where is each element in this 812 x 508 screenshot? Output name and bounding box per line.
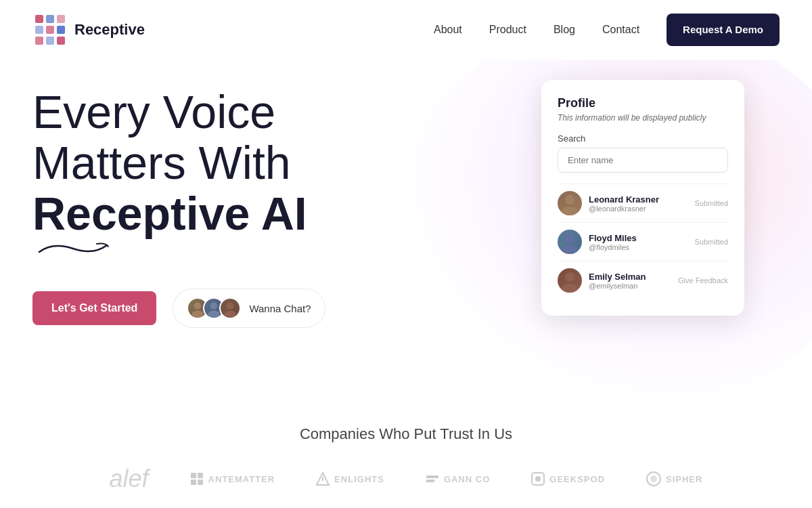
company-enlights: ENLIGHTS — [315, 471, 384, 486]
company-gann: Gann CO — [425, 471, 490, 486]
company-alef: alef — [110, 465, 149, 493]
gann-icon — [425, 471, 440, 486]
geekspod-icon — [531, 471, 545, 486]
user-info-1: Leonard Krasner @leonardkrasner — [589, 194, 687, 213]
svg-point-11 — [210, 303, 218, 310]
profile-user-row: Emily Selman @emilyselman Give Feedback — [558, 261, 728, 299]
chat-avatar-3 — [219, 297, 241, 319]
company-sipher: Sipher — [646, 471, 702, 487]
hero-content: Every Voice Matters With Receptive AI Le… — [32, 87, 371, 328]
user-avatar-1 — [558, 191, 582, 215]
profile-subtitle-text: This information will be displayed — [558, 113, 677, 123]
user-name-2: Floyd Miles — [589, 233, 687, 243]
nav-links: About Product Blog Contact Request A Dem… — [434, 14, 780, 46]
wanna-chat-button[interactable]: Wanna Chat? — [173, 289, 325, 328]
chat-button-label: Wanna Chat? — [249, 303, 311, 314]
user-info-2: Floyd Miles @floydmiles — [589, 233, 687, 251]
search-label: Search — [558, 133, 728, 144]
profile-card-subtitle: This information will be displayed publi… — [558, 113, 728, 123]
chat-avatars — [187, 297, 241, 319]
profile-user-row: Leonard Krasner @leonardkrasner Submitte… — [558, 184, 728, 222]
svg-rect-6 — [35, 37, 43, 45]
enlights-label: ENLIGHTS — [334, 474, 384, 484]
company-geekspod: GeeksPod — [531, 471, 605, 486]
svg-rect-27 — [426, 475, 438, 478]
svg-rect-3 — [35, 26, 43, 34]
svg-point-18 — [562, 245, 578, 254]
logo-icon — [32, 12, 68, 47]
svg-rect-22 — [198, 473, 203, 478]
hero-title-line1: Every Voice — [32, 86, 275, 137]
profile-subtitle-italic: publicly — [679, 113, 706, 123]
svg-rect-23 — [191, 480, 196, 485]
hero-underline-decoration — [32, 238, 371, 261]
antematter-label: ANTEMATTER — [208, 474, 275, 484]
user-status-3: Give Feedback — [678, 276, 728, 284]
svg-rect-0 — [35, 15, 43, 23]
hero-title-line3: Receptive AI — [32, 188, 307, 239]
svg-point-14 — [225, 311, 237, 318]
nav-contact[interactable]: Contact — [602, 24, 639, 36]
user-name-3: Emily Selman — [589, 272, 671, 282]
companies-logos: alef ANTEMATTER ENLIGHTS — [32, 465, 780, 493]
user-handle-1: @leonardkrasner — [589, 205, 687, 213]
svg-point-30 — [535, 476, 541, 482]
profile-users-list: Leonard Krasner @leonardkrasner Submitte… — [558, 184, 728, 299]
profile-card: Profile This information will be display… — [541, 80, 744, 316]
user-info-3: Emily Selman @emilyselman — [589, 272, 671, 290]
companies-section: Companies Who Put Trust In Us alef ANTEM… — [0, 398, 812, 507]
user-status-1: Submitted — [694, 199, 728, 207]
svg-point-19 — [565, 272, 574, 282]
hero-title-line2: Matters With — [32, 137, 291, 188]
user-handle-2: @floydmiles — [589, 243, 687, 251]
request-demo-button[interactable]: Request A Demo — [667, 14, 780, 46]
svg-rect-7 — [46, 37, 54, 45]
hero-section: Every Voice Matters With Receptive AI Le… — [0, 60, 812, 398]
nav-product[interactable]: Product — [489, 24, 526, 36]
svg-rect-4 — [46, 26, 54, 34]
navbar: Receptive About Product Blog Contact Req… — [0, 0, 812, 60]
svg-rect-1 — [46, 15, 54, 23]
user-handle-3: @emilyselman — [589, 282, 671, 290]
sipher-label: Sipher — [666, 474, 702, 484]
gann-label: Gann CO — [444, 474, 490, 484]
svg-point-12 — [208, 311, 221, 318]
enlights-icon — [315, 471, 330, 486]
profile-search-input[interactable] — [558, 148, 728, 173]
geekspod-label: GeeksPod — [549, 474, 605, 484]
svg-rect-2 — [57, 15, 65, 23]
user-name-1: Leonard Krasner — [589, 194, 687, 205]
svg-point-15 — [565, 195, 574, 205]
sipher-icon — [646, 471, 662, 487]
company-antematter: ANTEMATTER — [189, 471, 275, 486]
companies-title: Companies Who Put Trust In Us — [32, 425, 780, 443]
svg-point-16 — [562, 207, 578, 215]
logo[interactable]: Receptive — [32, 12, 145, 47]
svg-rect-5 — [57, 26, 65, 34]
svg-rect-24 — [198, 480, 203, 485]
logo-label: Receptive — [74, 21, 145, 39]
nav-blog[interactable]: Blog — [554, 24, 575, 36]
svg-point-20 — [562, 284, 578, 293]
user-avatar-2 — [558, 230, 582, 254]
svg-point-32 — [650, 475, 657, 482]
alef-logo: alef — [110, 465, 149, 493]
svg-point-17 — [565, 234, 574, 243]
antematter-icon — [189, 471, 204, 486]
svg-point-9 — [194, 303, 202, 310]
svg-rect-28 — [426, 480, 434, 482]
profile-user-row: Floyd Miles @floydmiles Submitted — [558, 222, 728, 261]
svg-point-13 — [227, 303, 234, 310]
svg-rect-21 — [191, 473, 196, 478]
hero-buttons: Let's Get Started Wanna Chat? — [32, 289, 371, 328]
hero-title: Every Voice Matters With Receptive AI — [32, 87, 371, 238]
user-status-2: Submitted — [694, 238, 728, 246]
get-started-button[interactable]: Let's Get Started — [32, 291, 156, 325]
nav-about[interactable]: About — [434, 24, 462, 36]
svg-rect-8 — [57, 37, 65, 45]
profile-card-title: Profile — [558, 96, 728, 110]
user-avatar-3 — [558, 268, 582, 293]
svg-point-10 — [192, 311, 204, 318]
